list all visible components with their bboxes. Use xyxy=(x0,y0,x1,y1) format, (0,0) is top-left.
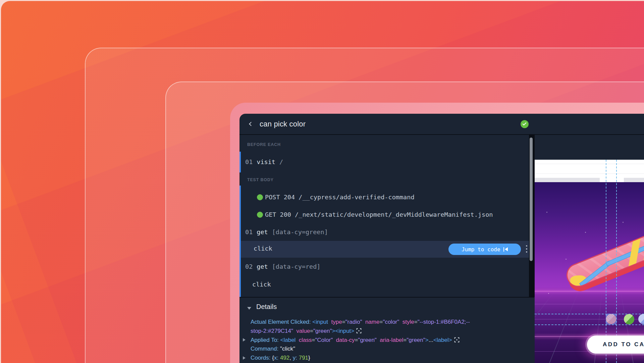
expand-triangle-icon[interactable] xyxy=(243,356,246,360)
xhr-success-dot-icon xyxy=(257,212,263,218)
color-swatch-green[interactable] xyxy=(624,314,634,324)
cypress-runner-panel: can pick color BEFORE EACH 01visit/ TEST… xyxy=(239,114,644,363)
screenshot-stage: can pick color BEFORE EACH 01visit/ TEST… xyxy=(0,0,644,363)
detail-actual-element-wrap: stop-2:#279C14" value="green"><input> xyxy=(251,327,470,336)
chevron-left-icon xyxy=(249,122,253,126)
jump-to-code-icon xyxy=(503,247,508,252)
test-title: can pick color xyxy=(260,114,306,134)
jump-to-code-button[interactable]: Jump to code xyxy=(448,244,521,255)
hook-label-test-body: TEST BODY xyxy=(247,177,274,182)
hook-border xyxy=(239,152,241,172)
details-pane: Details Actual Element Clicked: <input t… xyxy=(239,297,534,363)
command-click-label: click xyxy=(254,245,272,252)
detail-command: Command: "click" xyxy=(251,345,470,354)
target-icon[interactable] xyxy=(356,328,362,333)
hook-label-before-each: BEFORE EACH xyxy=(247,142,281,147)
app-subheader xyxy=(535,178,644,182)
kebab-menu-icon[interactable] xyxy=(525,244,529,254)
app-header-line xyxy=(535,173,644,174)
scrollbar-track xyxy=(529,135,535,297)
details-title: Details xyxy=(256,303,277,311)
detail-actual-element: Actual Element Clicked: <input type="rad… xyxy=(251,318,470,327)
details-code: Actual Element Clicked: <input type="rad… xyxy=(251,318,470,363)
back-button[interactable] xyxy=(249,122,253,126)
add-to-cart-button[interactable]: ADD TO CA xyxy=(587,335,644,354)
selector-guide-horizontal xyxy=(535,324,644,325)
check-icon xyxy=(522,121,526,125)
collapse-triangle-icon[interactable] xyxy=(247,307,251,310)
app-preview: ADD TO CA xyxy=(535,160,644,363)
command-visit[interactable]: 01visit/ xyxy=(245,158,283,166)
command-get-green[interactable]: 01get[data-cy=green] xyxy=(245,228,328,237)
selector-guide-vertical xyxy=(606,160,606,363)
target-icon[interactable] xyxy=(454,337,460,343)
xhr-success-dot-icon xyxy=(257,194,263,200)
test-passed-badge xyxy=(521,120,529,128)
selector-guide-vertical xyxy=(616,160,617,363)
command-click-green-row[interactable]: click Jump to code xyxy=(241,241,529,258)
test-header: can pick color xyxy=(239,114,644,135)
command-get-red[interactable]: 02get[data-cy=red] xyxy=(245,262,321,271)
xhr-row-get[interactable]: GET 200 /_next/static/development/_devMi… xyxy=(239,210,529,219)
xhr-row-post[interactable]: POST 204 /__cypress/add-verified-command xyxy=(239,193,529,202)
color-swatch-green-selected[interactable] xyxy=(606,314,616,324)
detail-coords[interactable]: Coords: {x: 492, y: 791} xyxy=(251,354,470,363)
expand-triangle-icon[interactable] xyxy=(243,338,246,342)
detail-applied-to[interactable]: Applied To: <label class="Color" data-cy… xyxy=(251,336,470,345)
grid-horizon xyxy=(535,291,644,292)
scrollbar-thumb[interactable] xyxy=(530,138,533,261)
command-click-red[interactable]: click xyxy=(252,280,271,289)
app-header-line xyxy=(535,164,644,164)
command-log: BEFORE EACH 01visit/ TEST BODY POST 204 … xyxy=(239,135,529,297)
